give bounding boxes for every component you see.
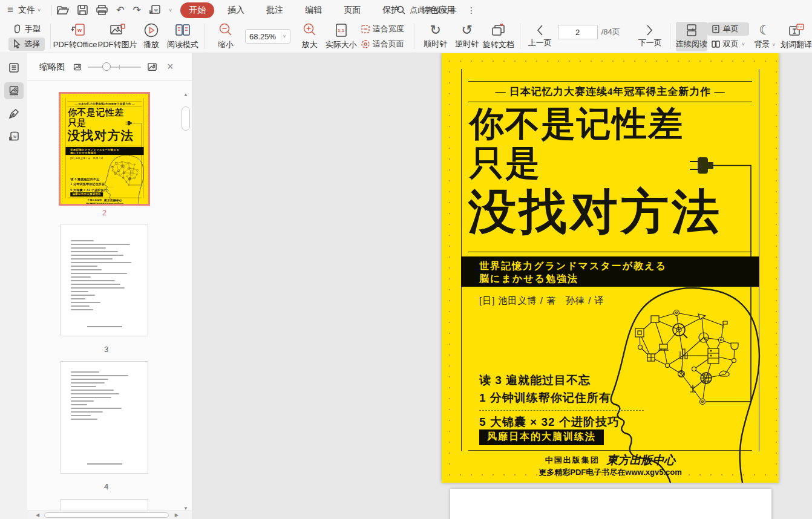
panel-horizontal-scrollbar[interactable]: [44, 512, 169, 518]
print-button[interactable]: [96, 5, 108, 15]
book-icon: [175, 23, 191, 38]
thumbnail-size-slider[interactable]: [88, 67, 141, 68]
thumbnail-page-4-number: 4: [61, 482, 152, 491]
thumbnail-panel-button[interactable]: [4, 82, 24, 99]
svg-text:w: w: [13, 134, 17, 139]
background-label: 背景: [755, 39, 770, 48]
pdf-to-office-button[interactable]: w PDF转Office ˅: [56, 21, 99, 52]
svg-text:w: w: [77, 27, 82, 33]
panel-vertical-scrollbar[interactable]: [182, 106, 190, 131]
fit-page-button[interactable]: 适合页面: [357, 38, 408, 51]
small-thumbnail-icon: [73, 63, 82, 71]
page-total-label: /84页: [601, 27, 620, 38]
cover-title-line3: 没找对方法: [68, 129, 134, 142]
zoom-in-icon: [303, 23, 317, 38]
divider: [414, 24, 414, 49]
tab-page[interactable]: 页面: [335, 2, 369, 18]
pdf-to-image-label: PDF转图片: [98, 39, 137, 50]
word-translate-button[interactable]: 划词翻译: [781, 21, 812, 52]
read-mode-label: 阅读模式: [167, 39, 198, 50]
rotate-clockwise-button[interactable]: ↻ 顺时针: [420, 22, 451, 51]
cover-rule: [468, 252, 752, 252]
file-menu[interactable]: 文件 ˅: [18, 5, 41, 16]
thumbnail-page-2[interactable]: — 日本记忆力大赛连续4年冠军得主全新力作 — 你不是记性差 只是 没找对方法 …: [59, 92, 150, 206]
chevron-down-icon: ˅: [38, 7, 41, 13]
rotate-ccw-label: 逆时针: [455, 39, 479, 50]
continuous-read-button[interactable]: 连续阅读: [676, 22, 707, 51]
hand-icon: [13, 24, 22, 33]
annotation-panel-button[interactable]: [4, 105, 24, 122]
document-view[interactable]: — 日本记忆力大赛连续4年冠军得主全新力作 — 你不是记性差 只是 没找对方法 …: [192, 53, 812, 519]
find-text-placeholder: 点此查找文本: [410, 5, 457, 16]
search-icon: [396, 5, 405, 15]
tab-edit[interactable]: 编辑: [296, 2, 330, 18]
redo-button[interactable]: ↷: [133, 5, 141, 15]
chevron-down-icon: ˅: [772, 42, 775, 48]
tab-home[interactable]: 开始: [180, 2, 214, 18]
cover-promo-line: 更多精彩PDF电子书尽在www.xgv5.com: [61, 202, 149, 205]
export-panel-button[interactable]: w: [4, 128, 24, 145]
panel-scroll-right-button[interactable]: ▶: [175, 512, 178, 518]
thumbnail-panel: 缩略图 ×: [27, 53, 192, 519]
undo-button[interactable]: ↶: [116, 5, 124, 15]
zoom-level-combobox[interactable]: 68.25% ˅: [245, 29, 290, 44]
toolbar-options-icon[interactable]: ˅: [169, 7, 172, 13]
fit-page-icon: [361, 40, 370, 48]
rotate-cw-icon: ↻: [430, 24, 440, 37]
rotate-ccw-icon: ↺: [461, 24, 472, 37]
tab-comment[interactable]: 批注: [258, 2, 292, 18]
outline-panel-button[interactable]: [4, 59, 24, 76]
fit-width-button[interactable]: 适合宽度: [357, 22, 408, 36]
cover-selling-point-1: 读 3 遍就能过目不忘: [70, 177, 99, 181]
pdf-to-image-button[interactable]: PDF转图片: [99, 21, 136, 52]
cover-rule: [468, 81, 752, 82]
actual-size-button[interactable]: 1:1 实际大小: [326, 21, 357, 52]
export-button[interactable]: w: [149, 5, 160, 16]
thumbnail-page-3[interactable]: [61, 224, 148, 336]
pdf-to-office-label: PDF转Office: [53, 40, 97, 49]
svg-text:1:1: 1:1: [338, 28, 344, 33]
double-page-button[interactable]: 双页 ˅: [707, 38, 749, 51]
play-button[interactable]: 播放: [136, 21, 167, 52]
zoom-out-icon: [218, 23, 233, 38]
fit-width-label: 适合宽度: [373, 24, 404, 34]
hand-tool-button[interactable]: 手型: [8, 22, 45, 36]
single-page-button[interactable]: 单页: [707, 22, 749, 36]
cover-selling-point-2: 1 分钟训练帮你记住所有: [479, 390, 611, 406]
thumbnail-page-2-preview: — 日本记忆力大赛连续4年冠军得主全新力作 — 你不是记性差 只是 没找对方法 …: [61, 94, 149, 206]
cover-subtitle-line2: 脳にまかせる勉強法: [70, 151, 143, 155]
translate-icon: [788, 23, 804, 38]
moon-icon: ☾: [759, 24, 771, 37]
panel-scroll-up-button[interactable]: ▲: [183, 92, 188, 97]
select-tool-button[interactable]: 选择: [8, 38, 45, 51]
page-number-input[interactable]: [558, 25, 598, 39]
hand-tool-label: 手型: [25, 24, 41, 34]
panel-horizontal-scrollbar-track: ◀ ▶: [27, 511, 192, 519]
close-panel-button[interactable]: ×: [167, 60, 174, 73]
background-button[interactable]: ☾ 背景 ˅: [749, 22, 781, 51]
tab-insert[interactable]: 插入: [219, 2, 253, 18]
hamburger-icon[interactable]: ≡: [7, 4, 13, 16]
find-text-box[interactable]: 点此查找文本 ⋮: [396, 0, 476, 20]
rotate-counterclockwise-button[interactable]: ↺ 逆时针: [451, 22, 483, 51]
divider: [520, 24, 520, 49]
previous-page-button[interactable]: 上一页: [526, 24, 554, 48]
next-page-button[interactable]: 下一页: [636, 24, 664, 48]
rotate-document-button[interactable]: 旋转文档: [483, 21, 514, 52]
more-options-icon[interactable]: ⋮: [467, 5, 476, 15]
panel-scroll-left-button[interactable]: ◀: [36, 512, 39, 518]
cover-rule: [468, 450, 752, 451]
open-file-button[interactable]: [57, 5, 69, 15]
slider-tick: [119, 65, 120, 70]
read-mode-button[interactable]: 阅读模式: [167, 21, 198, 52]
thumbnail-page-4[interactable]: [61, 361, 148, 474]
cover-author: [日] 池田义博 / 著 孙律 / 译: [479, 295, 604, 307]
zoom-in-button[interactable]: 放大: [294, 21, 326, 52]
divider: [204, 24, 205, 49]
cover-badge: 风靡日本的大脑训练法: [479, 429, 604, 445]
slider-knob[interactable]: [102, 62, 111, 71]
cover-selling-point-1: 读 3 遍就能过目不忘: [479, 373, 591, 388]
save-button[interactable]: [77, 5, 88, 15]
zoom-out-button[interactable]: 缩小: [210, 21, 241, 52]
continuous-read-label: 连续阅读: [676, 39, 707, 50]
